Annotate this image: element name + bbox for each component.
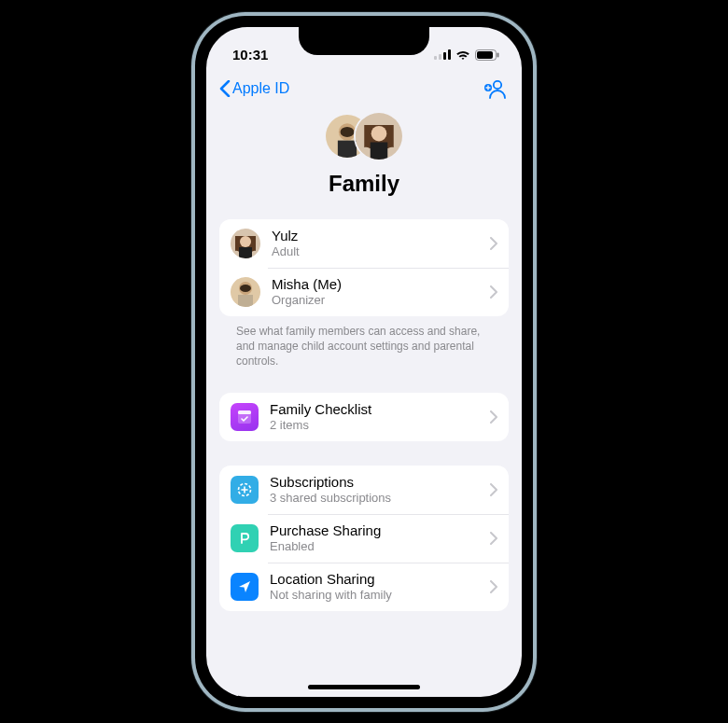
chevron-right-icon — [490, 483, 497, 496]
svg-rect-24 — [238, 410, 251, 414]
family-avatar-group — [324, 111, 404, 161]
battery-icon — [475, 49, 499, 61]
chevron-right-icon — [490, 285, 497, 299]
purchase-icon — [231, 524, 259, 552]
row-subtitle: Not sharing with family — [270, 588, 484, 603]
member-row[interactable]: Misha (Me) Organizer — [219, 268, 509, 316]
purchase-sharing-row[interactable]: Purchase Sharing Enabled — [219, 514, 509, 563]
svg-rect-2 — [443, 52, 446, 60]
sharing-card: Subscriptions 3 shared subscriptions Pur… — [219, 466, 509, 611]
checklist-icon — [231, 403, 259, 431]
location-sharing-row[interactable]: Location Sharing Not sharing with family — [219, 563, 509, 611]
content: Yulz Adult Misha (Me) Organizer — [206, 219, 522, 612]
subscriptions-icon — [231, 476, 259, 504]
row-title: Family Checklist — [270, 401, 484, 418]
member-name: Misha (Me) — [272, 276, 484, 293]
member-name: Yulz — [272, 228, 484, 244]
nav-bar: Apple ID — [206, 70, 522, 107]
add-person-icon — [483, 78, 508, 99]
back-label: Apple ID — [232, 80, 289, 97]
status-icons — [434, 49, 499, 61]
back-button[interactable]: Apple ID — [219, 80, 289, 97]
svg-rect-1 — [439, 54, 441, 60]
svg-point-7 — [494, 80, 501, 88]
status-time: 10:31 — [232, 47, 268, 63]
chevron-left-icon — [219, 80, 231, 97]
add-member-button[interactable] — [483, 76, 509, 102]
members-footer: See what family members can access and s… — [219, 316, 509, 369]
row-title: Location Sharing — [270, 571, 484, 588]
checklist-row[interactable]: Family Checklist 2 items — [219, 393, 509, 441]
row-subtitle: 3 shared subscriptions — [270, 491, 484, 506]
avatar — [231, 229, 260, 258]
member-role: Adult — [272, 244, 484, 259]
chevron-right-icon — [490, 580, 497, 593]
subscriptions-row[interactable]: Subscriptions 3 shared subscriptions — [219, 466, 509, 514]
members-card: Yulz Adult Misha (Me) Organizer — [219, 219, 509, 316]
chevron-right-icon — [490, 237, 497, 250]
svg-rect-6 — [497, 52, 499, 57]
hero: Family — [206, 111, 522, 197]
svg-point-17 — [240, 236, 251, 247]
member-row[interactable]: Yulz Adult — [219, 219, 509, 268]
member-role: Organizer — [272, 293, 484, 308]
notch — [299, 27, 429, 55]
home-indicator[interactable] — [308, 685, 420, 689]
page-title: Family — [329, 171, 399, 197]
svg-rect-22 — [238, 295, 253, 307]
avatar — [231, 277, 260, 307]
chevron-right-icon — [490, 532, 497, 545]
chevron-right-icon — [490, 410, 497, 424]
location-icon — [231, 573, 259, 601]
svg-rect-5 — [477, 51, 493, 59]
phone-frame: 10:31 — [191, 12, 537, 712]
wifi-icon — [455, 49, 470, 61]
cellular-icon — [434, 49, 451, 60]
screen: 10:31 — [206, 27, 522, 697]
row-subtitle: Enabled — [270, 539, 484, 554]
phone-bezel: 10:31 — [195, 16, 533, 708]
svg-rect-0 — [434, 56, 437, 60]
avatar — [354, 111, 404, 161]
row-title: Purchase Sharing — [270, 522, 484, 539]
svg-point-14 — [371, 125, 387, 141]
svg-rect-18 — [239, 247, 252, 258]
svg-point-11 — [341, 126, 355, 136]
row-title: Subscriptions — [270, 474, 484, 491]
svg-point-21 — [240, 285, 251, 292]
checklist-card: Family Checklist 2 items — [219, 393, 509, 441]
row-subtitle: 2 items — [270, 418, 484, 433]
svg-rect-3 — [448, 49, 451, 60]
svg-rect-15 — [371, 142, 388, 160]
